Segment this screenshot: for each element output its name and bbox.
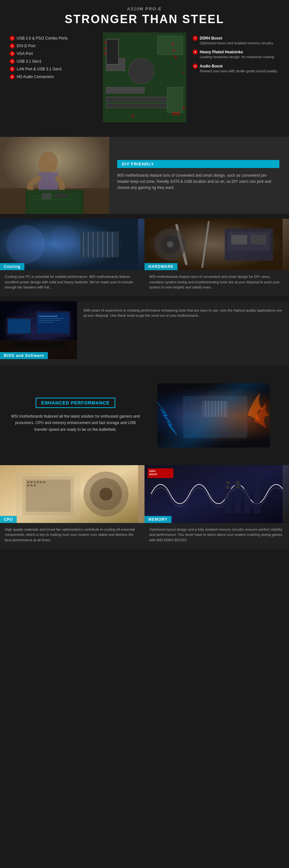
- bios-content: BIOS and Software With years of experien…: [0, 301, 289, 359]
- svg-point-12: [52, 225, 77, 251]
- bios-svg: [0, 301, 77, 359]
- feature-num: 3: [10, 51, 15, 56]
- svg-rect-76: [234, 475, 241, 513]
- memory-image: DDR4 BOOST MEMORY: [144, 465, 289, 523]
- svg-rect-34: [8, 319, 31, 334]
- hero-motherboard-image: 1 2 3 4 5 6 7 8 9 msi: [100, 32, 189, 122]
- feature-label: USB 2.0 & PS/2 Combo Ports: [17, 36, 68, 40]
- diy-image: [0, 137, 109, 214]
- bios-image-col: BIOS and Software: [0, 301, 77, 359]
- enhanced-left: ENHANCED PERFORMANCE MSI motherboards fe…: [10, 398, 148, 433]
- feature-label: DVI-D Port: [17, 44, 35, 48]
- list-item: 4 USB 3.1 Gen1: [10, 59, 96, 64]
- svg-text:BOOST: BOOST: [149, 473, 158, 475]
- bios-badge: BIOS and Software: [0, 352, 48, 359]
- cooling-badge: Cooling: [0, 263, 24, 270]
- svg-point-2: [38, 151, 58, 174]
- lightning-effect: [157, 383, 270, 447]
- list-item: 6 HD Audio Connectors: [10, 74, 96, 79]
- list-item: 7 DDR4 Boost Optimized traces and isolat…: [193, 36, 279, 45]
- svg-rect-61: [34, 481, 36, 483]
- feature-desc: Leading heatsinks design, for maximum co…: [200, 55, 279, 59]
- pcb-image: 1 2 3 4 5 6 7 8 9 msi: [103, 32, 186, 122]
- cooling-text: Cooling your PC is essential for reliabl…: [0, 270, 144, 297]
- feature-desc: Optimized traces and isolated memory cir…: [200, 41, 279, 45]
- svg-rect-80: [226, 486, 230, 489]
- svg-rect-43: [10, 341, 67, 348]
- list-item: 3 VGA Port: [10, 51, 96, 56]
- enhanced-right: [148, 383, 279, 447]
- feature-label: USB 3.1 Gen1: [17, 59, 41, 64]
- memory-badge: MEMORY: [144, 516, 171, 523]
- bios-text-col: With years of experience in creating per…: [77, 301, 289, 359]
- hero-right-features: 7 DDR4 Boost Optimized traces and isolat…: [193, 32, 279, 78]
- feature-title: 8 Heavy Plated Heatsinks: [193, 50, 279, 55]
- gap-2: [0, 214, 289, 219]
- memory-text: Optimized layout design and a fully isol…: [144, 523, 289, 549]
- svg-rect-26: [231, 235, 247, 245]
- enhanced-description: MSI motherboards featured all the latest…: [10, 413, 141, 433]
- gap-1: [0, 132, 289, 137]
- feature-num: 4: [10, 59, 15, 64]
- svg-rect-37: [37, 313, 69, 334]
- svg-rect-13: [80, 231, 119, 257]
- feature-num: 1: [10, 36, 15, 41]
- hero-section: A320M PRO-E STRONGER THAN STEEL 1 USB 2.…: [0, 0, 289, 132]
- enhanced-image: [157, 383, 270, 447]
- gap-5: [0, 460, 289, 465]
- cooling-svg: [0, 219, 138, 270]
- features-row-section: Cooling Cooling your PC is essential for…: [0, 219, 289, 297]
- cooling-image: Cooling: [0, 219, 144, 270]
- svg-point-11: [6, 225, 45, 264]
- hero-left-features: 1 USB 2.0 & PS/2 Combo Ports 2 DVI-D Por…: [10, 32, 96, 82]
- feature-title: 7 DDR4 Boost: [193, 36, 279, 41]
- svg-rect-40: [38, 320, 61, 320]
- left-feature-list: 1 USB 2.0 & PS/2 Combo Ports 2 DVI-D Por…: [10, 36, 96, 79]
- svg-rect-82: [236, 486, 239, 489]
- feature-label: VGA Port: [17, 52, 33, 56]
- diy-svg: [0, 137, 109, 214]
- list-item: 2 DVI-D Port: [10, 43, 96, 49]
- svg-rect-9: [55, 193, 67, 198]
- memory-svg: DDR4 BOOST: [144, 465, 283, 523]
- gap-4: [0, 366, 289, 370]
- bios-image: BIOS and Software: [0, 301, 77, 359]
- hardware-badge: HARDWARE: [144, 263, 178, 270]
- svg-rect-62: [37, 481, 39, 483]
- feature-desc: Reward your ears with studio grade sound…: [200, 69, 279, 73]
- list-item: 1 USB 2.0 & PS/2 Combo Ports: [10, 36, 96, 41]
- enhanced-text-container: ENHANCED PERFORMANCE MSI motherboards fe…: [10, 398, 141, 433]
- diy-text: DIY FRIENDLY MSI motherboards feature to…: [109, 137, 289, 214]
- cpu-badge: CPU: [0, 516, 17, 523]
- diy-description: MSI motherboards feature tons of conveni…: [117, 173, 279, 191]
- hero-content: 1 USB 2.0 & PS/2 Combo Ports 2 DVI-D Por…: [0, 32, 289, 122]
- feature-num: 7: [193, 36, 198, 41]
- svg-rect-27: [251, 235, 266, 245]
- svg-rect-41: [38, 322, 55, 322]
- svg-rect-67: [34, 485, 36, 486]
- svg-rect-39: [38, 318, 64, 319]
- svg-rect-58: [26, 479, 71, 512]
- hardware-column: HARDWARE MSI motherboards feature tons o…: [144, 219, 289, 297]
- feature-num: 8: [193, 50, 198, 55]
- list-item: 9 Audio Boost Reward your ears with stud…: [193, 64, 279, 73]
- msi-logo: msi: [172, 111, 180, 116]
- svg-rect-63: [40, 481, 42, 483]
- feature-num: 6: [10, 74, 15, 79]
- feature-num: 2: [10, 43, 15, 49]
- svg-point-30: [167, 241, 173, 248]
- svg-rect-64: [43, 481, 45, 483]
- diy-badge: DIY FRIENDLY: [117, 160, 279, 168]
- cpu-memory-section: CPU High quality materials and smart fan…: [0, 465, 289, 549]
- hardware-text: MSI motherboards feature tons of conveni…: [144, 270, 289, 297]
- cpu-column: CPU High quality materials and smart fan…: [0, 465, 144, 549]
- svg-rect-8: [42, 193, 52, 199]
- enhanced-badge: ENHANCED PERFORMANCE: [36, 398, 116, 408]
- svg-rect-60: [31, 481, 32, 483]
- feature-num: 9: [193, 64, 198, 69]
- cooling-column: Cooling Cooling your PC is essential for…: [0, 219, 144, 297]
- cpu-text: High quality materials and smart fan opt…: [0, 523, 144, 549]
- svg-text:DDR4: DDR4: [149, 470, 155, 472]
- hardware-image: HARDWARE: [144, 219, 289, 270]
- svg-rect-66: [31, 485, 32, 486]
